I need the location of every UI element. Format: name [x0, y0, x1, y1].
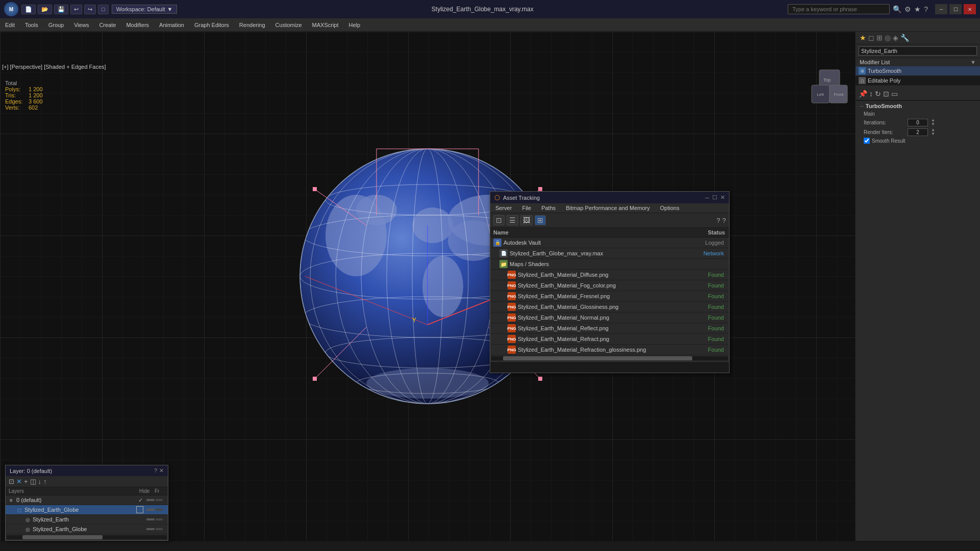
asset-input-bar[interactable] [490, 361, 729, 373]
hold-button[interactable]: □ [98, 5, 109, 14]
menu-views[interactable]: Views [69, 20, 94, 30]
asset-maximize-button[interactable]: ☐ [712, 194, 717, 201]
svg-text:Top: Top [823, 77, 831, 83]
layer-row-earth[interactable]: ◎ Stylized_Earth [6, 515, 168, 524]
layer-name-2: Stylized_Earth [33, 516, 145, 522]
motion-icon[interactable]: ◎ [885, 34, 891, 42]
asset-scrollbar-thumb[interactable] [503, 356, 692, 360]
asset-name-normal: Stylized_Earth_Material_Normal.png [518, 314, 685, 321]
new-button[interactable]: 📄 [21, 5, 36, 14]
pin-icon[interactable]: 📌 [859, 90, 867, 98]
search-input[interactable] [788, 4, 890, 14]
layer-help-button[interactable]: ? [154, 467, 157, 474]
asset-row-diffuse[interactable]: PNG Stylized_Earth_Material_Diffuse.png … [490, 270, 729, 280]
asset-menu-paths[interactable]: Paths [536, 203, 561, 213]
light-icon[interactable]: ★ [860, 34, 866, 42]
layer-tool-2-icon[interactable]: ✕ [16, 478, 22, 485]
layer-row-default[interactable]: ≡ 0 (default) ✓ [6, 495, 168, 505]
smooth-result-checkbox[interactable] [864, 138, 870, 144]
asset-minimize-button[interactable]: ─ [705, 194, 709, 201]
layer-tool-5-icon[interactable]: ↓ [38, 478, 42, 485]
help-icon[interactable]: ? [924, 5, 928, 13]
menu-help[interactable]: Help [344, 20, 366, 30]
render-iters-down-arrow[interactable]: ▼ [931, 132, 935, 136]
layer-tool-4-icon[interactable]: ◫ [30, 478, 36, 485]
layer-hide-3 [145, 528, 156, 530]
minimize-button[interactable]: ─ [935, 4, 947, 14]
asset-help-1-icon[interactable]: ? [717, 217, 720, 224]
asset-menu-bitmap[interactable]: Bitmap Performance and Memory [561, 203, 655, 213]
iterations-down-arrow[interactable]: ▼ [931, 122, 935, 126]
asset-tool-1-button[interactable]: ⊡ [493, 215, 505, 225]
layer-row-earth-globe[interactable]: ◎ Stylized_Earth_Globe [6, 524, 168, 534]
menu-maxscript[interactable]: MAXScript [307, 20, 344, 30]
asset-close-button[interactable]: ✕ [720, 194, 725, 201]
display-icon[interactable]: ◈ [893, 34, 898, 42]
star-icon[interactable]: ★ [914, 5, 921, 13]
hierarchy-icon[interactable]: ⊞ [876, 34, 883, 42]
rotate-icon[interactable]: ↻ [875, 90, 881, 98]
maximize-button[interactable]: ☐ [949, 4, 962, 14]
asset-tool-2-button[interactable]: ☰ [507, 215, 518, 225]
modifier-list-header[interactable]: Modifier List ▼ [856, 58, 980, 66]
menu-graph-editors[interactable]: Graph Editors [189, 20, 234, 30]
utility-icon[interactable]: 🔧 [900, 34, 909, 42]
menu-group[interactable]: Group [43, 20, 69, 30]
asset-status-fresnel: Found [685, 293, 726, 299]
render-iters-input[interactable] [908, 128, 928, 136]
editablepoly-modifier[interactable]: ◻ Editable Poly [856, 76, 980, 86]
section-collapse-button[interactable]: ─ [860, 103, 864, 109]
asset-menu-server[interactable]: Server [490, 203, 517, 213]
asset-row-normal[interactable]: PNG Stylized_Earth_Material_Normal.png F… [490, 312, 729, 323]
asset-tool-4-button[interactable]: ⊞ [535, 215, 546, 225]
layer-tool-1-icon[interactable]: ⊡ [9, 478, 14, 485]
menu-animation[interactable]: Animation [154, 20, 189, 30]
asset-row-maxfile[interactable]: 📄 Stylized_Earth_Globe_max_vray.max Netw… [490, 248, 729, 259]
asset-scrollbar-horizontal[interactable] [491, 356, 728, 360]
svg-point-7 [412, 207, 453, 243]
menu-customize[interactable]: Customize [270, 20, 307, 30]
asset-tool-3-button[interactable]: 🖼 [520, 215, 533, 225]
navigation-cube[interactable]: Top Left Front [809, 67, 850, 108]
menu-create[interactable]: Create [94, 20, 121, 30]
layer-tool-6-icon[interactable]: ↑ [43, 478, 47, 485]
undo-button[interactable]: ↩ [70, 5, 82, 14]
right-panel: ★ ◻ ⊞ ◎ ◈ 🔧 Modifier List ▼ ⊞ TurboSmoot… [855, 32, 980, 551]
save-button[interactable]: 💾 [54, 5, 68, 14]
asset-menu-options[interactable]: Options [655, 203, 685, 213]
object-name-input[interactable] [859, 46, 977, 56]
asset-row-fresnel[interactable]: PNG Stylized_Earth_Material_Fresnel.png … [490, 291, 729, 302]
search-icon[interactable]: 🔍 [893, 5, 901, 13]
layer-tool-3-icon[interactable]: + [24, 478, 28, 485]
asset-row-glossiness[interactable]: PNG Stylized_Earth_Material_Glossiness.p… [490, 302, 729, 312]
turbosmooth-modifier[interactable]: ⊞ TurboSmooth [856, 66, 980, 76]
asset-row-refraction-gloss[interactable]: PNG Stylized_Earth_Material_Refraction_g… [490, 345, 729, 355]
asset-row-fog[interactable]: PNG Stylized_Earth_Material_Fog_color.pn… [490, 280, 729, 291]
workspace-dropdown[interactable]: Workspace: Default ▼ [112, 5, 178, 14]
layer-scrollbar-thumb[interactable] [22, 535, 103, 539]
iterations-label: Iterations: [864, 120, 904, 125]
iterations-input[interactable] [908, 119, 928, 126]
layer-scrollbar[interactable] [7, 535, 167, 539]
settings-icon[interactable]: ⚙ [904, 5, 911, 13]
menu-rendering[interactable]: Rendering [234, 20, 270, 30]
scale-icon[interactable]: ⊡ [883, 90, 889, 98]
asset-menu-file[interactable]: File [517, 203, 536, 213]
menu-modifiers[interactable]: Modifiers [121, 20, 154, 30]
close-button[interactable]: ✕ [964, 4, 976, 14]
layer-close-button[interactable]: ✕ [159, 467, 164, 474]
align-icon[interactable]: ▭ [891, 90, 898, 98]
move-icon[interactable]: ↕ [869, 90, 873, 98]
asset-row-vault[interactable]: 🔒 Autodesk Vault Logged [490, 238, 729, 248]
camera-icon[interactable]: ◻ [868, 34, 874, 42]
asset-help-2-icon[interactable]: ? [722, 217, 726, 224]
open-button[interactable]: 📂 [38, 5, 52, 14]
menu-tools[interactable]: Tools [20, 20, 43, 30]
asset-row-refract[interactable]: PNG Stylized_Earth_Material_Refract.png … [490, 334, 729, 345]
redo-button[interactable]: ↪ [84, 5, 96, 14]
layer-row-globe[interactable]: ◻ Stylized_Earth_Globe [6, 505, 168, 515]
asset-row-maps[interactable]: 📁 Maps / Shaders [490, 259, 729, 270]
tris-label: Tris: [5, 92, 26, 98]
asset-row-reflect[interactable]: PNG Stylized_Earth_Material_Reflect.png … [490, 323, 729, 334]
menu-edit[interactable]: Edit [0, 20, 20, 30]
